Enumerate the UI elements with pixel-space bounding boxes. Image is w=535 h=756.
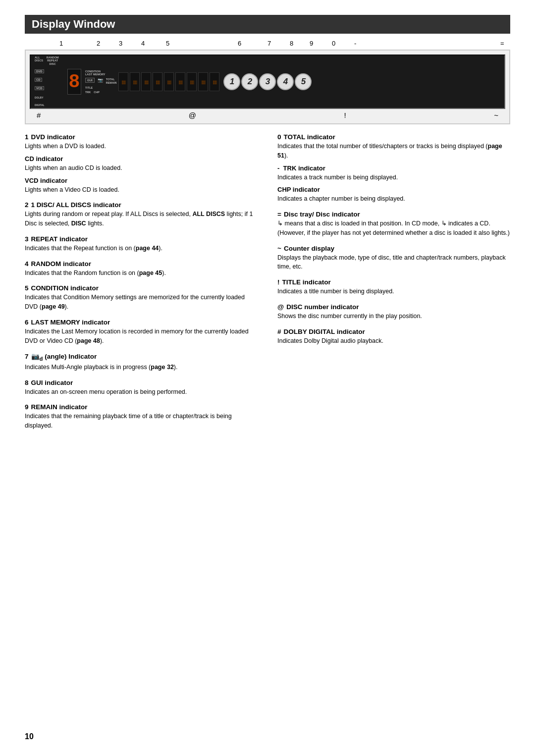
repeat-heading: 3 REPEAT indicator <box>25 235 258 243</box>
disc-label2: DISC <box>50 62 56 65</box>
disc-3: 3 <box>259 73 276 90</box>
tilde-symbol: ~ <box>494 111 498 119</box>
trk-indicator-sub: - TRK indicator Indicates a track number… <box>277 164 510 182</box>
disc-heading: 2 1 DISC/ ALL DISCS indicator <box>25 201 258 209</box>
label-7: 7 <box>268 40 271 47</box>
random-heading: 4 RANDOM indicator <box>25 260 258 268</box>
display-inner: ALLDISCS RANDOM REPEAT DISC DVD CD <box>35 58 500 105</box>
seg-unit-9: ▦ <box>210 72 219 91</box>
label-dash: - <box>354 40 356 47</box>
right-column: 0 TOTAL indicator Indicates that the tot… <box>277 133 510 437</box>
page-title: Display Window <box>32 18 115 30</box>
item-disctray-indicator: = Disc tray/ Disc indicator ↳ means that… <box>277 211 510 238</box>
middle-labels: CONDITIONLAST MEMORY GUI 📷 TOTALREMAIN T… <box>85 70 116 93</box>
dolby-label: DOLBYDIGITAL <box>35 96 45 107</box>
chp-label: CHP <box>94 91 100 94</box>
label-3: 3 <box>119 40 122 47</box>
item-counter-display: ~ Counter display Displays the playback … <box>277 245 510 272</box>
item-lastmem-indicator: 6 LAST MEMORY indicator Indicates the La… <box>25 319 258 346</box>
item-condition-indicator: 5 CONDITION indicator Indicates that Con… <box>25 284 258 312</box>
disc-number-row: 1 2 3 4 5 <box>223 73 312 90</box>
label-0: 0 <box>332 40 335 47</box>
left-column: 1 DVD indicator Lights when a DVD is loa… <box>25 133 258 437</box>
item-discnum-indicator: @ DISC number indicator Shows the disc n… <box>277 303 510 321</box>
disc-1: 1 <box>223 73 240 90</box>
lastmem-heading: 6 LAST MEMORY indicator <box>25 319 258 326</box>
item-title-indicator: ! TITLE indicator Indicates a title numb… <box>277 278 510 296</box>
symbol-labels-row: # @ ! ~ <box>30 109 505 119</box>
all-discs-label: ALLDISCS <box>35 56 43 62</box>
excl-symbol: ! <box>344 111 346 119</box>
main-digit: 8 <box>69 71 80 93</box>
label-1: 1 <box>59 40 63 47</box>
display-panel: ALLDISCS RANDOM REPEAT DISC DVD CD <box>25 50 510 124</box>
condition-label: CONDITIONLAST MEMORY <box>85 70 105 76</box>
item-gui-indicator: 8 GUI indicator Indicates an on-screen m… <box>25 379 258 397</box>
disctray-heading: = Disc tray/ Disc indicator <box>277 211 510 218</box>
dvd-box: DVD <box>35 69 44 73</box>
label-2: 2 <box>97 40 100 47</box>
disc-2: 2 <box>241 73 258 90</box>
seg-unit-8: ▦ <box>198 72 208 91</box>
item-repeat-indicator: 3 REPEAT indicator Indicates that the Re… <box>25 235 258 253</box>
label-9: 9 <box>310 40 313 47</box>
disc-4: 4 <box>277 73 294 90</box>
dolby-heading: # DOLBY DIGITAL indicator <box>277 328 510 335</box>
item-dvd-indicator: 1 DVD indicator Lights when a DVD is loa… <box>25 133 258 194</box>
chp-indicator-sub: CHP indicator Indicates a chapter number… <box>277 186 510 204</box>
label-8: 8 <box>290 40 293 47</box>
annotation-row: 1 2 3 4 5 6 7 8 9 0 - = <box>25 40 510 50</box>
total-label: TOTALREMAIN <box>106 78 117 84</box>
item-disc-indicator: 2 1 DISC/ ALL DISCS indicator Lights dur… <box>25 201 258 228</box>
seg-unit-3: ▦ <box>141 72 151 91</box>
discnum-heading: @ DISC number indicator <box>277 303 510 311</box>
hash-symbol: # <box>37 111 41 119</box>
vcd-indicator-sub: VCD indicator Lights when a Video CD is … <box>25 177 258 195</box>
condition-heading: 5 CONDITION indicator <box>25 284 258 292</box>
cd-indicator-sub: CD indicator Lights when an audio CD is … <box>25 155 258 173</box>
gui-heading: 8 GUI indicator <box>25 379 258 386</box>
seg-unit-1: ▦ <box>118 72 128 91</box>
remain-heading: 9 REMAIN indicator <box>25 403 258 411</box>
counter-heading: ~ Counter display <box>277 245 510 252</box>
seg-unit-5: ▦ <box>164 72 174 91</box>
title-label: TITLE <box>85 86 93 89</box>
page-number: 10 <box>25 732 34 741</box>
item-angle-indicator: 7 📷d (angle) Indicator Indicates Multi-A… <box>25 352 258 372</box>
content-columns: 1 DVD indicator Lights when a DVD is loa… <box>25 133 510 437</box>
seg-unit-4: ▦ <box>153 72 162 91</box>
item-dolby-indicator: # DOLBY DIGITAL indicator Indicates Dolb… <box>277 328 510 346</box>
seg-unit-6: ▦ <box>175 72 185 91</box>
trk-label: TRK <box>85 91 91 94</box>
left-indicator-block: ALLDISCS RANDOM REPEAT DISC DVD CD <box>35 56 64 107</box>
display-screen: ALLDISCS RANDOM REPEAT DISC DVD CD <box>30 54 505 109</box>
seg-digit-group: ▦ ▦ ▦ ▦ ▦ ▦ ▦ ▦ ▦ <box>118 72 219 91</box>
page-title-bar: Display Window <box>25 15 510 34</box>
vcd-box: VCD <box>35 86 44 90</box>
total-heading: 0 TOTAL indicator <box>277 133 510 141</box>
label-4: 4 <box>141 40 145 47</box>
gui-box: GUI <box>85 78 95 83</box>
angle-heading: 7 📷d (angle) Indicator <box>25 352 258 362</box>
label-5: 5 <box>166 40 169 47</box>
label-eq: = <box>500 40 504 47</box>
cd-box: CD <box>35 78 42 82</box>
dvd-heading: 1 DVD indicator <box>25 133 258 141</box>
main-digit-block: 8 <box>67 69 81 95</box>
at-symbol: @ <box>189 111 196 119</box>
item-remain-indicator: 9 REMAIN indicator Indicates that the re… <box>25 403 258 431</box>
item-random-indicator: 4 RANDOM indicator Indicates that the Ra… <box>25 260 258 278</box>
disc-5: 5 <box>295 73 312 90</box>
angle-icon: 📷 <box>98 78 103 83</box>
seg-unit-7: ▦ <box>187 72 197 91</box>
item-total-indicator: 0 TOTAL indicator Indicates that the tot… <box>277 133 510 204</box>
label-6: 6 <box>238 40 241 47</box>
seg-unit-2: ▦ <box>130 72 140 91</box>
title-indicator-heading: ! TITLE indicator <box>277 278 510 286</box>
